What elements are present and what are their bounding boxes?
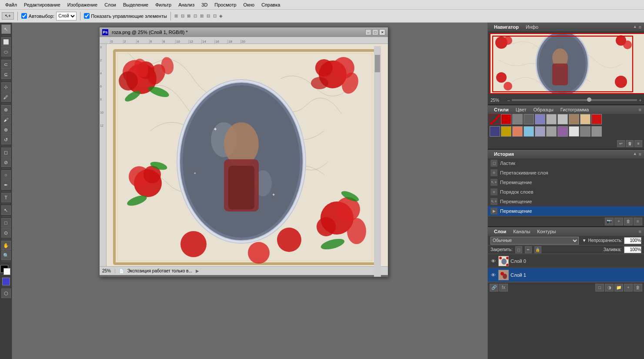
tab-swatches[interactable]: Образцы [530, 106, 557, 113]
move-tool-button[interactable]: ↖+ [2, 12, 14, 20]
tab-layers[interactable]: Слои [491, 228, 510, 235]
autovybor-checkbox[interactable] [21, 13, 27, 19]
style-swatch-sky[interactable] [524, 126, 534, 137]
menu-selection[interactable]: Выделение [120, 1, 152, 8]
tab-styles[interactable]: Стили [491, 106, 512, 113]
tool-3d[interactable]: ⊙ [1, 228, 11, 238]
style-swatch-gray2[interactable] [580, 126, 591, 137]
style-swatch-tan[interactable] [580, 114, 591, 124]
tool-shape[interactable]: □ [1, 218, 11, 228]
background-color[interactable] [3, 268, 10, 275]
style-swatch-gray3[interactable] [591, 126, 602, 137]
zoom-in-icon[interactable]: + [639, 98, 641, 103]
layer-new-button[interactable]: + [624, 284, 633, 292]
window-maximize-button[interactable]: □ [372, 29, 378, 35]
tool-clone-stamp[interactable]: ⊕ [1, 125, 11, 134]
menu-window[interactable]: Окно [240, 1, 258, 8]
style-swatch-gold[interactable] [501, 126, 511, 137]
layer-0-visibility-toggle[interactable]: 👁 [490, 258, 497, 265]
history-collapse-button[interactable]: ▲ [633, 151, 637, 157]
tab-color[interactable]: Цвет [512, 106, 530, 113]
tool-history-brush[interactable]: ↺ [1, 135, 11, 144]
overlay-color[interactable] [2, 278, 10, 285]
history-item-move1[interactable]: ↖+ Перемещение [488, 178, 644, 187]
history-item-move2[interactable]: ↖+ Перемещение [488, 197, 644, 206]
history-snapshot-button[interactable]: 📷 [605, 218, 614, 225]
tab-info[interactable]: Инфо [522, 23, 542, 30]
tool-quick-select[interactable]: ⊆ [1, 70, 11, 79]
style-swatch-light-gray[interactable] [546, 114, 557, 124]
style-swatch-purple[interactable] [557, 126, 568, 137]
layer-item-1[interactable]: 👁 Слой 1 [488, 268, 644, 282]
layer-delete-button[interactable]: 🗑 [634, 284, 642, 292]
fill-input[interactable] [624, 246, 641, 253]
style-swatch-silver[interactable] [557, 114, 568, 124]
tool-crop[interactable]: ⊹ [1, 82, 11, 92]
navigator-collapse-button[interactable]: ▲ [633, 24, 637, 30]
history-item-layer-order[interactable]: ≡ Порядок слоев [488, 187, 644, 197]
tool-marquee-ellipse[interactable]: ⬭ [1, 47, 11, 57]
history-menu-btn2[interactable]: ≡ [634, 218, 642, 225]
menu-edit[interactable]: Редактирование [20, 1, 64, 8]
history-item-eraser[interactable]: ◻ Ластик [488, 158, 644, 168]
tool-eraser[interactable]: ◻ [1, 148, 11, 157]
zoom-slider-thumb[interactable] [587, 97, 591, 102]
style-swatch-lavender[interactable] [535, 126, 545, 137]
history-delete-button[interactable]: 🗑 [624, 218, 633, 225]
vertical-scrollbar[interactable] [374, 46, 381, 277]
style-swatch-none[interactable] [490, 114, 500, 124]
menu-analysis[interactable]: Анализ [175, 1, 198, 8]
zoom-out-icon[interactable]: – [507, 98, 510, 103]
tool-brush[interactable]: 🖌 [1, 115, 11, 124]
menu-file[interactable]: Файл [2, 1, 20, 8]
styles-delete-button[interactable]: 🗑 [626, 140, 634, 147]
layer-adjustment-button[interactable]: ◑ [605, 284, 614, 292]
style-swatch-salmon[interactable] [512, 126, 523, 137]
menu-filter[interactable]: Фильтр [152, 1, 175, 8]
zoom-slider[interactable] [512, 99, 637, 101]
tool-gradient[interactable]: ⊘ [1, 158, 11, 167]
show-controls-label[interactable]: Показать управляющие элементы [84, 13, 167, 19]
tool-hand[interactable]: ✋ [1, 241, 11, 250]
tab-paths[interactable]: Контуры [534, 228, 559, 235]
layer-link-button[interactable]: 🔗 [490, 284, 498, 292]
menu-layers[interactable]: Слои [101, 1, 120, 8]
style-swatch-gray[interactable] [512, 114, 523, 124]
window-close-button[interactable]: ✕ [379, 29, 385, 35]
style-swatch-red2[interactable] [591, 114, 602, 124]
layer-1-visibility-toggle[interactable]: 👁 [490, 272, 497, 278]
tab-histogram[interactable]: Гистограмма [557, 106, 593, 113]
history-item-move3[interactable]: ▶ Перемещение [488, 206, 644, 216]
tool-zoom[interactable]: 🔍 [1, 251, 11, 260]
tab-history[interactable]: История [491, 151, 517, 158]
tool-spot-heal[interactable]: ⊗ [1, 105, 11, 114]
layer-mask-button[interactable]: □ [595, 284, 604, 292]
layer-item-0[interactable]: 👁 Слой 0 [488, 254, 644, 268]
menu-image[interactable]: Изображение [64, 1, 101, 8]
styles-new-button[interactable]: ↩ [617, 140, 625, 147]
lock-all-button[interactable]: 🔒 [534, 246, 541, 253]
tool-text[interactable]: T [1, 193, 11, 202]
blend-mode-select[interactable]: Обычные [491, 237, 579, 245]
style-swatch-red[interactable] [501, 114, 511, 124]
tool-eyedropper[interactable]: 🖉 [1, 92, 11, 102]
history-new-button[interactable]: + [614, 218, 623, 225]
tool-pen[interactable]: ✒ [1, 180, 11, 190]
document-canvas[interactable]: ✦ ✦ ✦ [107, 44, 388, 266]
lock-pixels-button[interactable]: ◻ [515, 246, 522, 253]
scroll-right-arrow[interactable]: ▶ [196, 268, 199, 273]
tab-channels[interactable]: Каналы [510, 228, 534, 235]
opacity-input[interactable] [624, 237, 641, 244]
scrollbar-thumb[interactable] [375, 55, 380, 72]
style-swatch-blue-gray[interactable] [535, 114, 545, 124]
tool-screen-mode[interactable]: ⬡ [1, 289, 11, 298]
tool-path-select[interactable]: ↖ [1, 205, 11, 215]
style-swatch-mid-gray[interactable] [546, 126, 557, 137]
history-menu-button[interactable]: ≡ [639, 151, 641, 157]
tab-navigator[interactable]: Навигатор [491, 23, 522, 30]
style-swatch-navy[interactable] [490, 126, 500, 137]
window-minimize-button[interactable]: – [365, 29, 371, 35]
styles-panel-menu[interactable]: ≡ [639, 107, 641, 112]
style-swatch-light[interactable] [569, 126, 579, 137]
styles-menu-button[interactable]: ≡ [634, 140, 642, 147]
